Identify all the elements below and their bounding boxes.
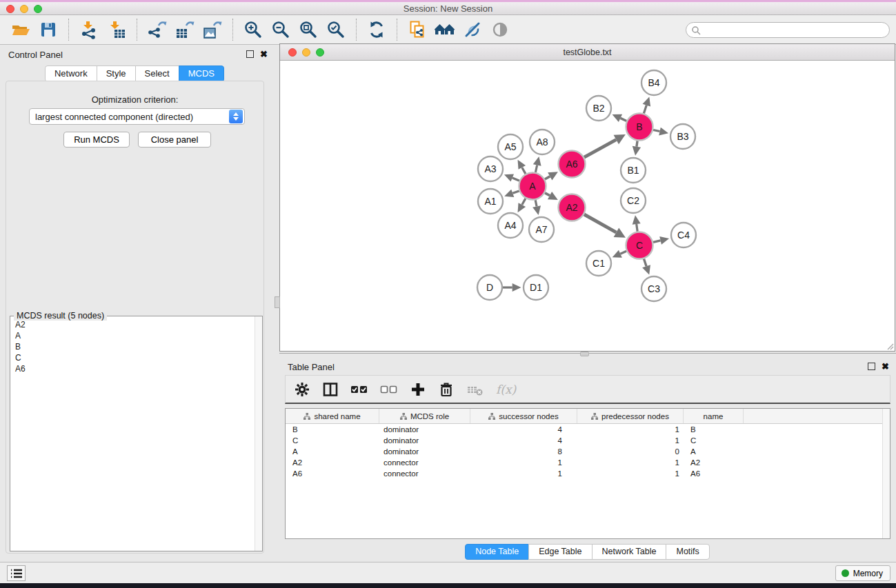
duplicate-network-icon[interactable] bbox=[407, 19, 428, 40]
column-header-successor-nodes[interactable]: successor nodes bbox=[470, 409, 577, 423]
show-columns-icon[interactable] bbox=[322, 381, 339, 398]
optimization-criterion-select[interactable]: largest connected component (directed) bbox=[29, 108, 245, 125]
export-image-icon[interactable] bbox=[202, 19, 223, 40]
column-header-name[interactable]: name bbox=[684, 409, 744, 423]
network-window-titlebar[interactable]: testGlobe.txt bbox=[280, 44, 895, 61]
graph-edge-A-A3[interactable] bbox=[504, 174, 519, 181]
graph-edge-A2-C[interactable] bbox=[584, 214, 626, 238]
graph-node-A3[interactable]: A3 bbox=[478, 156, 503, 181]
open-file-icon[interactable] bbox=[10, 19, 31, 40]
table-row[interactable]: Adominator80A bbox=[286, 446, 890, 457]
task-history-button[interactable] bbox=[7, 565, 26, 581]
memory-button[interactable]: Memory bbox=[835, 565, 890, 581]
tab-network[interactable]: Network bbox=[45, 65, 97, 82]
close-panel-button[interactable]: Close panel bbox=[138, 132, 211, 148]
export-network-icon[interactable] bbox=[147, 19, 168, 40]
import-network-icon[interactable] bbox=[79, 19, 99, 40]
search-box[interactable] bbox=[686, 22, 890, 38]
graph-node-A8[interactable]: A8 bbox=[530, 130, 555, 154]
graph-edge-A-A7[interactable] bbox=[532, 200, 541, 215]
graph-edge-A-A8[interactable] bbox=[533, 156, 541, 172]
graph-node-B2[interactable]: B2 bbox=[586, 96, 611, 121]
table-scrollbar[interactable] bbox=[882, 409, 890, 538]
close-panel-icon[interactable]: ✖ bbox=[260, 50, 268, 58]
network-graph[interactable]: AA1A2A3A4A5A6A7A8BB1B2B3B4CC1C2C3C4DD1 bbox=[280, 61, 895, 351]
delete-column-icon[interactable] bbox=[438, 381, 455, 398]
table-row[interactable]: Cdominator41C bbox=[286, 435, 890, 446]
graph-node-A[interactable]: A bbox=[519, 173, 546, 200]
table-row[interactable]: A6connector11A6 bbox=[286, 468, 890, 479]
graph-node-A7[interactable]: A7 bbox=[529, 217, 554, 242]
result-scrollbar[interactable] bbox=[255, 316, 262, 551]
resize-grip-icon[interactable] bbox=[886, 342, 894, 350]
save-session-icon[interactable] bbox=[38, 19, 59, 40]
graph-node-C2[interactable]: C2 bbox=[621, 188, 646, 213]
tab-select[interactable]: Select bbox=[135, 65, 179, 82]
graph-node-C1[interactable]: C1 bbox=[586, 251, 611, 276]
graph-edge-C-C2[interactable] bbox=[633, 215, 641, 231]
graph-node-A6[interactable]: A6 bbox=[559, 151, 586, 178]
graph-edge-B-B4[interactable] bbox=[643, 97, 650, 113]
graph-node-A1[interactable]: A1 bbox=[478, 189, 503, 214]
zoom-in-icon[interactable] bbox=[243, 19, 263, 40]
graph-node-A4[interactable]: A4 bbox=[498, 213, 523, 238]
graph-node-C3[interactable]: C3 bbox=[641, 276, 666, 301]
tab-network-table[interactable]: Network Table bbox=[592, 544, 667, 560]
splitter-handle[interactable] bbox=[275, 296, 280, 308]
graph-node-D1[interactable]: D1 bbox=[524, 275, 548, 300]
float-panel-icon[interactable] bbox=[868, 363, 875, 370]
graph-edge-A-A6[interactable] bbox=[545, 172, 558, 180]
graph-node-B3[interactable]: B3 bbox=[670, 124, 695, 149]
run-mcds-button[interactable]: Run MCDS bbox=[63, 132, 130, 148]
list-item[interactable]: A bbox=[11, 330, 254, 341]
export-table-icon[interactable] bbox=[175, 19, 195, 40]
graph-edge-C-C1[interactable] bbox=[613, 250, 627, 258]
graph-node-B[interactable]: B bbox=[626, 114, 653, 141]
graph-edge-D-D1[interactable] bbox=[503, 283, 521, 292]
graph-node-B4[interactable]: B4 bbox=[641, 70, 666, 95]
graph-edge-C-C3[interactable] bbox=[642, 258, 650, 274]
add-column-icon[interactable] bbox=[410, 381, 426, 398]
zoom-selected-icon[interactable] bbox=[326, 19, 346, 40]
graph-node-C4[interactable]: C4 bbox=[671, 223, 696, 247]
graph-edge-A-A1[interactable] bbox=[504, 190, 519, 197]
hide-panels-icon[interactable] bbox=[462, 19, 483, 40]
column-header-shared-name[interactable]: shared name bbox=[286, 409, 379, 423]
graph-node-A2[interactable]: A2 bbox=[559, 194, 586, 221]
list-item[interactable]: A6 bbox=[11, 363, 254, 374]
graph-node-A5[interactable]: A5 bbox=[498, 134, 523, 159]
tab-mcds[interactable]: MCDS bbox=[179, 65, 224, 82]
graph-edge-A-A4[interactable] bbox=[518, 199, 526, 212]
select-all-icon[interactable] bbox=[350, 381, 368, 398]
tab-style[interactable]: Style bbox=[97, 65, 136, 82]
graph-edge-B-B3[interactable] bbox=[653, 128, 668, 136]
refresh-icon[interactable] bbox=[366, 19, 387, 40]
import-table-icon[interactable] bbox=[106, 19, 127, 40]
deselect-all-icon[interactable] bbox=[380, 381, 398, 398]
column-header-mcds-role[interactable]: MCDS role bbox=[379, 409, 470, 423]
zoom-fit-icon[interactable] bbox=[298, 19, 319, 40]
graph-node-D[interactable]: D bbox=[477, 275, 502, 300]
graph-node-C[interactable]: C bbox=[626, 232, 653, 259]
list-item[interactable]: A2 bbox=[11, 319, 254, 330]
list-item[interactable]: C bbox=[11, 352, 254, 363]
graph-edge-B-B2[interactable] bbox=[613, 114, 627, 122]
tab-node-table[interactable]: Node Table bbox=[465, 544, 529, 560]
graph-node-B1[interactable]: B1 bbox=[621, 158, 646, 183]
column-header-predecessor-nodes[interactable]: predecessor nodes bbox=[577, 409, 684, 423]
table-row[interactable]: Bdominator41B bbox=[286, 424, 890, 435]
network-canvas[interactable]: AA1A2A3A4A5A6A7A8BB1B2B3B4CC1C2C3C4DD1 bbox=[280, 61, 895, 351]
graph-edge-A6-B[interactable] bbox=[584, 134, 626, 157]
search-input[interactable] bbox=[701, 24, 889, 37]
zoom-out-icon[interactable] bbox=[270, 19, 291, 40]
close-panel-icon[interactable]: ✖ bbox=[882, 363, 889, 370]
graph-edge-A-A5[interactable] bbox=[518, 160, 526, 174]
graph-edge-B-B1[interactable] bbox=[633, 141, 641, 155]
graph-edge-A-A2[interactable] bbox=[545, 192, 558, 200]
tab-edge-table[interactable]: Edge Table bbox=[528, 544, 592, 560]
float-panel-icon[interactable] bbox=[246, 50, 254, 58]
graph-edge-C-C4[interactable] bbox=[653, 236, 669, 245]
list-item[interactable]: B bbox=[11, 341, 254, 352]
divider-handle[interactable] bbox=[580, 352, 589, 356]
tab-motifs[interactable]: Motifs bbox=[666, 544, 709, 560]
